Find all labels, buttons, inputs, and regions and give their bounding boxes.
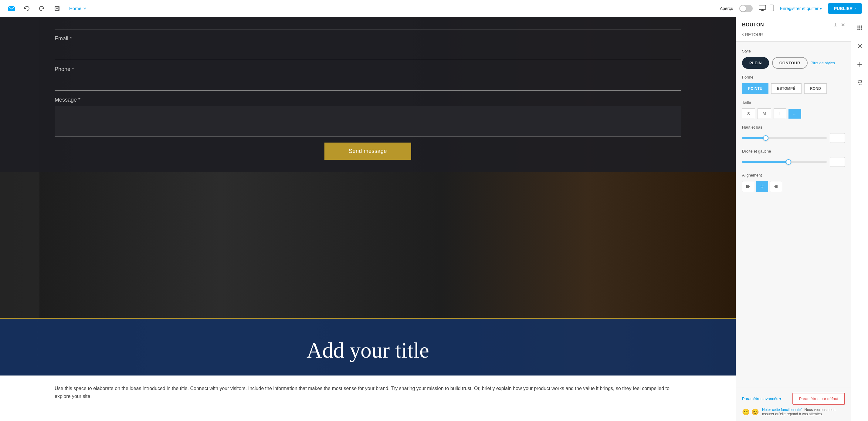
- svg-point-34: [860, 84, 861, 85]
- desktop-icon[interactable]: [759, 5, 766, 12]
- droite-gauche-slider-row: [742, 157, 845, 167]
- droite-gauche-thumb[interactable]: [786, 159, 791, 165]
- svg-rect-2: [56, 6, 58, 8]
- panel-title-text: BOUTON: [742, 22, 764, 28]
- blue-band: Add your title: [0, 318, 736, 376]
- haut-bas-value[interactable]: [830, 133, 845, 143]
- message-label: Message *: [55, 97, 681, 103]
- taille-section-label: Taille: [742, 100, 845, 105]
- cart-icon[interactable]: [854, 76, 866, 89]
- rating-link[interactable]: Noter cette fonctionnalité.: [762, 408, 803, 412]
- haut-bas-label: Haut et bas: [742, 125, 845, 130]
- publish-label: PUBLIER: [834, 6, 852, 11]
- emoji-happy[interactable]: 😊: [751, 408, 759, 416]
- svg-point-8: [772, 10, 772, 10]
- droite-gauche-section: Droite et gauche: [742, 149, 845, 167]
- preview-toggle[interactable]: [739, 5, 753, 12]
- add-icon[interactable]: [854, 58, 866, 70]
- save-quit-button[interactable]: Enregistrer et quitter ▾: [780, 6, 822, 11]
- blue-title: Add your title: [307, 338, 429, 363]
- panel-body: Style PLEIN CONTOUR Plus de styles Forme…: [736, 41, 851, 388]
- toolbar: Home Aperçu: [0, 0, 868, 17]
- default-params-button[interactable]: Paramètres par défaut: [793, 393, 845, 404]
- pin-icon[interactable]: ⊥: [833, 23, 837, 27]
- phone-input[interactable]: [55, 75, 681, 91]
- rating-row: 😐 😊 Noter cette fonctionnalité. Nous vou…: [742, 408, 845, 416]
- message-input[interactable]: [55, 106, 681, 136]
- haut-bas-track[interactable]: [742, 137, 827, 139]
- panel-title-row: BOUTON ⊥ ✕: [742, 22, 845, 28]
- emoji-sad[interactable]: 😐: [742, 408, 750, 416]
- advanced-chevron: ▾: [779, 397, 781, 401]
- close-icon[interactable]: ✕: [841, 22, 845, 28]
- droite-gauche-value[interactable]: [830, 157, 845, 167]
- send-btn-container: Send message: [55, 142, 681, 160]
- style-plein-button[interactable]: PLEIN: [742, 57, 769, 69]
- forme-estompe-button[interactable]: ESTOMPÉ: [771, 83, 802, 94]
- form-divider-top: [55, 29, 681, 29]
- send-message-button[interactable]: Send message: [324, 142, 411, 160]
- nodes-icon[interactable]: [854, 22, 866, 34]
- blue-section: Add your title Use this space to elabora…: [0, 318, 736, 421]
- close-icon[interactable]: [854, 40, 866, 52]
- align-buttons: [742, 181, 845, 192]
- taille-l-button[interactable]: L: [774, 108, 786, 119]
- haut-bas-slider-row: [742, 133, 845, 143]
- home-nav[interactable]: Home: [67, 6, 89, 11]
- droite-gauche-track[interactable]: [742, 161, 827, 163]
- svg-point-28: [861, 29, 862, 30]
- svg-point-22: [861, 26, 862, 27]
- device-icons: [759, 5, 774, 12]
- svg-rect-3: [56, 8, 58, 10]
- footer-actions-row: Paramètres avancés ▾ Paramètres par défa…: [742, 393, 845, 404]
- alignement-section-label: Alignement: [742, 173, 845, 177]
- forme-section-label: Forme: [742, 75, 845, 79]
- taille-s-button[interactable]: S: [742, 108, 755, 119]
- panel-title-actions: ⊥ ✕: [833, 22, 845, 28]
- save-quit-label: Enregistrer et quitter: [780, 6, 818, 11]
- rating-text: Noter cette fonctionnalité. Nous voulons…: [762, 408, 845, 416]
- undo-button[interactable]: [21, 3, 32, 14]
- text-section: Use this space to elaborate on the ideas…: [0, 376, 736, 421]
- haut-bas-thumb[interactable]: [763, 135, 769, 141]
- canvas-content: Email * Phone * Message * Send message A…: [0, 17, 736, 421]
- align-left-button[interactable]: [742, 181, 754, 192]
- logo-icon[interactable]: [6, 3, 17, 14]
- panel-header: BOUTON ⊥ ✕ RETOUR: [736, 17, 851, 41]
- style-more-link[interactable]: Plus de styles: [811, 61, 835, 65]
- publish-button[interactable]: PUBLIER ›: [828, 3, 862, 14]
- droite-gauche-label: Droite et gauche: [742, 149, 845, 154]
- panel-footer: Paramètres avancés ▾ Paramètres par défa…: [736, 388, 851, 421]
- svg-rect-4: [759, 5, 766, 9]
- right-sidebar: [851, 17, 868, 421]
- phone-label: Phone *: [55, 66, 681, 72]
- emoji-icons: 😐 😊: [742, 408, 759, 416]
- redo-button[interactable]: [36, 3, 48, 14]
- email-input[interactable]: [55, 45, 681, 60]
- forme-buttons: POINTU ESTOMPÉ ROND: [742, 83, 845, 94]
- forme-pointu-button[interactable]: POINTU: [742, 83, 769, 94]
- style-contour-button[interactable]: CONTOUR: [772, 57, 808, 69]
- apercu-label: Aperçu: [720, 6, 733, 11]
- svg-point-25: [861, 27, 862, 29]
- svg-point-26: [857, 29, 859, 30]
- save-button[interactable]: [52, 3, 63, 14]
- canvas-area: Email * Phone * Message * Send message A…: [0, 17, 736, 421]
- align-center-button[interactable]: [756, 181, 768, 192]
- panel-back-button[interactable]: RETOUR: [742, 31, 845, 41]
- align-right-button[interactable]: [770, 181, 782, 192]
- svg-point-21: [859, 26, 860, 27]
- mobile-icon[interactable]: [770, 5, 774, 12]
- svg-point-23: [857, 27, 859, 29]
- forme-rond-button[interactable]: ROND: [804, 83, 827, 94]
- advanced-settings-link[interactable]: Paramètres avancés ▾: [742, 396, 781, 401]
- right-panel: BOUTON ⊥ ✕ RETOUR Style PLEIN CONTOUR Pl…: [736, 17, 851, 421]
- home-label: Home: [69, 6, 81, 11]
- taille-dots-button[interactable]: ...: [788, 109, 801, 119]
- taille-m-button[interactable]: M: [757, 108, 771, 119]
- publish-chevron: ›: [854, 6, 856, 11]
- haut-bas-section: Haut et bas: [742, 125, 845, 143]
- style-buttons: PLEIN CONTOUR Plus de styles: [742, 57, 845, 69]
- toolbar-left: Home: [6, 3, 89, 14]
- svg-point-27: [859, 29, 860, 30]
